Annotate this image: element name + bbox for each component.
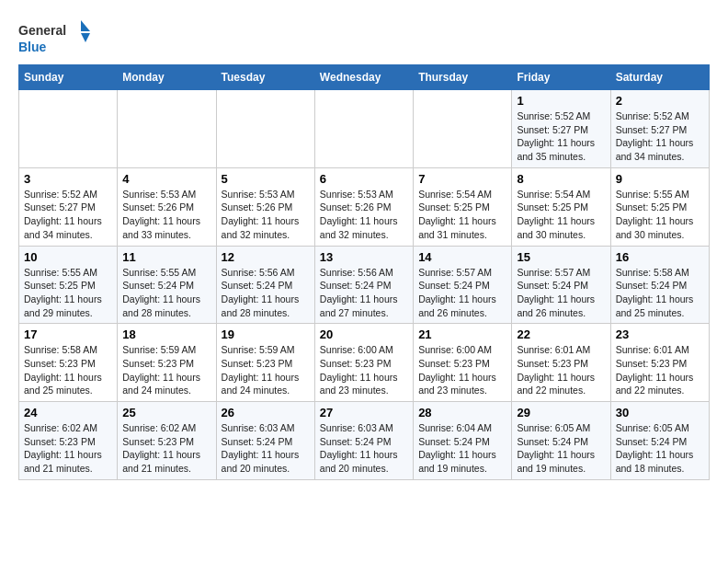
calendar-cell: 18Sunrise: 5:59 AM Sunset: 5:23 PM Dayli… bbox=[118, 324, 216, 402]
day-info: Sunrise: 6:00 AM Sunset: 5:23 PM Dayligh… bbox=[320, 343, 408, 397]
calendar-cell: 20Sunrise: 6:00 AM Sunset: 5:23 PM Dayli… bbox=[314, 324, 413, 402]
day-info: Sunrise: 5:56 AM Sunset: 5:24 PM Dayligh… bbox=[222, 266, 310, 320]
day-number: 11 bbox=[122, 250, 210, 264]
calendar-cell bbox=[314, 90, 413, 168]
day-number: 6 bbox=[320, 172, 408, 186]
day-number: 14 bbox=[418, 250, 506, 264]
calendar-cell: 8Sunrise: 5:54 AM Sunset: 5:25 PM Daylig… bbox=[512, 167, 610, 246]
calendar-cell: 6Sunrise: 5:53 AM Sunset: 5:26 PM Daylig… bbox=[314, 167, 413, 246]
day-header-wednesday: Wednesday bbox=[314, 65, 413, 90]
page-header: GeneralBlue bbox=[18, 18, 710, 57]
day-info: Sunrise: 5:58 AM Sunset: 5:24 PM Dayligh… bbox=[616, 266, 704, 320]
logo-svg: GeneralBlue bbox=[18, 18, 92, 57]
calendar-cell: 28Sunrise: 6:04 AM Sunset: 5:24 PM Dayli… bbox=[414, 402, 512, 480]
day-number: 10 bbox=[24, 250, 112, 264]
calendar-week-row: 3Sunrise: 5:52 AM Sunset: 5:27 PM Daylig… bbox=[19, 167, 710, 246]
day-header-saturday: Saturday bbox=[610, 65, 709, 90]
calendar-week-row: 17Sunrise: 5:58 AM Sunset: 5:23 PM Dayli… bbox=[19, 324, 710, 402]
day-info: Sunrise: 5:53 AM Sunset: 5:26 PM Dayligh… bbox=[122, 188, 210, 242]
day-header-monday: Monday bbox=[118, 65, 216, 90]
day-info: Sunrise: 6:03 AM Sunset: 5:24 PM Dayligh… bbox=[320, 421, 408, 476]
calendar-cell: 11Sunrise: 5:55 AM Sunset: 5:24 PM Dayli… bbox=[118, 246, 216, 324]
day-header-thursday: Thursday bbox=[414, 65, 512, 90]
calendar-cell: 24Sunrise: 6:02 AM Sunset: 5:23 PM Dayli… bbox=[19, 402, 118, 480]
day-header-friday: Friday bbox=[512, 65, 610, 90]
calendar-week-row: 1Sunrise: 5:52 AM Sunset: 5:27 PM Daylig… bbox=[19, 90, 710, 168]
calendar-cell: 7Sunrise: 5:54 AM Sunset: 5:25 PM Daylig… bbox=[414, 167, 512, 246]
day-info: Sunrise: 6:00 AM Sunset: 5:23 PM Dayligh… bbox=[418, 343, 506, 397]
day-number: 19 bbox=[222, 327, 310, 341]
calendar-cell: 13Sunrise: 5:56 AM Sunset: 5:24 PM Dayli… bbox=[314, 246, 413, 324]
day-info: Sunrise: 5:52 AM Sunset: 5:27 PM Dayligh… bbox=[24, 188, 112, 242]
day-info: Sunrise: 6:03 AM Sunset: 5:24 PM Dayligh… bbox=[222, 421, 310, 476]
day-info: Sunrise: 5:57 AM Sunset: 5:24 PM Dayligh… bbox=[418, 266, 506, 320]
calendar-week-row: 24Sunrise: 6:02 AM Sunset: 5:23 PM Dayli… bbox=[19, 402, 710, 480]
calendar-cell: 22Sunrise: 6:01 AM Sunset: 5:23 PM Dayli… bbox=[512, 324, 610, 402]
day-info: Sunrise: 5:55 AM Sunset: 5:24 PM Dayligh… bbox=[122, 266, 210, 320]
calendar-cell: 21Sunrise: 6:00 AM Sunset: 5:23 PM Dayli… bbox=[414, 324, 512, 402]
calendar-cell: 2Sunrise: 5:52 AM Sunset: 5:27 PM Daylig… bbox=[610, 90, 709, 168]
day-number: 27 bbox=[320, 406, 408, 419]
calendar-cell: 5Sunrise: 5:53 AM Sunset: 5:26 PM Daylig… bbox=[216, 167, 314, 246]
day-number: 8 bbox=[517, 172, 605, 186]
day-header-sunday: Sunday bbox=[19, 65, 118, 90]
calendar-cell: 10Sunrise: 5:55 AM Sunset: 5:25 PM Dayli… bbox=[19, 246, 118, 324]
day-info: Sunrise: 5:56 AM Sunset: 5:24 PM Dayligh… bbox=[320, 266, 408, 320]
day-number: 29 bbox=[517, 406, 605, 419]
svg-marker-2 bbox=[81, 20, 90, 31]
day-number: 18 bbox=[122, 327, 210, 341]
day-info: Sunrise: 5:54 AM Sunset: 5:25 PM Dayligh… bbox=[517, 188, 605, 242]
calendar-cell: 29Sunrise: 6:05 AM Sunset: 5:24 PM Dayli… bbox=[512, 402, 610, 480]
day-info: Sunrise: 6:02 AM Sunset: 5:23 PM Dayligh… bbox=[122, 421, 210, 476]
day-number: 1 bbox=[517, 94, 605, 108]
day-header-tuesday: Tuesday bbox=[216, 65, 314, 90]
calendar-cell: 12Sunrise: 5:56 AM Sunset: 5:24 PM Dayli… bbox=[216, 246, 314, 324]
day-info: Sunrise: 6:05 AM Sunset: 5:24 PM Dayligh… bbox=[517, 421, 605, 476]
day-number: 28 bbox=[418, 406, 506, 419]
day-info: Sunrise: 5:53 AM Sunset: 5:26 PM Dayligh… bbox=[222, 188, 310, 242]
logo: GeneralBlue bbox=[18, 18, 92, 57]
day-number: 12 bbox=[222, 250, 310, 264]
day-number: 7 bbox=[418, 172, 506, 186]
day-number: 4 bbox=[122, 172, 210, 186]
day-info: Sunrise: 5:59 AM Sunset: 5:23 PM Dayligh… bbox=[122, 343, 210, 397]
day-info: Sunrise: 6:01 AM Sunset: 5:23 PM Dayligh… bbox=[517, 343, 605, 397]
day-number: 20 bbox=[320, 327, 408, 341]
day-info: Sunrise: 6:05 AM Sunset: 5:24 PM Dayligh… bbox=[616, 421, 704, 476]
day-number: 3 bbox=[24, 172, 112, 186]
day-number: 5 bbox=[222, 172, 310, 186]
calendar-cell: 25Sunrise: 6:02 AM Sunset: 5:23 PM Dayli… bbox=[118, 402, 216, 480]
calendar-cell bbox=[414, 90, 512, 168]
day-info: Sunrise: 5:55 AM Sunset: 5:25 PM Dayligh… bbox=[616, 188, 704, 242]
calendar-cell: 17Sunrise: 5:58 AM Sunset: 5:23 PM Dayli… bbox=[19, 324, 118, 402]
day-number: 16 bbox=[616, 250, 704, 264]
day-info: Sunrise: 6:02 AM Sunset: 5:23 PM Dayligh… bbox=[24, 421, 112, 476]
day-info: Sunrise: 5:53 AM Sunset: 5:26 PM Dayligh… bbox=[320, 188, 408, 242]
calendar-cell: 30Sunrise: 6:05 AM Sunset: 5:24 PM Dayli… bbox=[610, 402, 709, 480]
day-info: Sunrise: 5:58 AM Sunset: 5:23 PM Dayligh… bbox=[24, 343, 112, 397]
day-info: Sunrise: 5:52 AM Sunset: 5:27 PM Dayligh… bbox=[616, 109, 704, 164]
day-number: 26 bbox=[222, 406, 310, 419]
calendar-cell: 15Sunrise: 5:57 AM Sunset: 5:24 PM Dayli… bbox=[512, 246, 610, 324]
calendar-cell: 23Sunrise: 6:01 AM Sunset: 5:23 PM Dayli… bbox=[610, 324, 709, 402]
svg-text:General: General bbox=[18, 23, 66, 38]
svg-marker-3 bbox=[81, 33, 90, 42]
calendar-cell: 4Sunrise: 5:53 AM Sunset: 5:26 PM Daylig… bbox=[118, 167, 216, 246]
calendar-cell: 9Sunrise: 5:55 AM Sunset: 5:25 PM Daylig… bbox=[610, 167, 709, 246]
calendar-cell bbox=[118, 90, 216, 168]
calendar-cell bbox=[19, 90, 118, 168]
day-number: 24 bbox=[24, 406, 112, 419]
calendar-cell: 26Sunrise: 6:03 AM Sunset: 5:24 PM Dayli… bbox=[216, 402, 314, 480]
day-number: 23 bbox=[616, 327, 704, 341]
day-number: 9 bbox=[616, 172, 704, 186]
day-number: 13 bbox=[320, 250, 408, 264]
calendar-cell: 19Sunrise: 5:59 AM Sunset: 5:23 PM Dayli… bbox=[216, 324, 314, 402]
calendar-week-row: 10Sunrise: 5:55 AM Sunset: 5:25 PM Dayli… bbox=[19, 246, 710, 324]
day-number: 21 bbox=[418, 327, 506, 341]
calendar-cell bbox=[216, 90, 314, 168]
svg-text:Blue: Blue bbox=[18, 40, 47, 54]
calendar-cell: 3Sunrise: 5:52 AM Sunset: 5:27 PM Daylig… bbox=[19, 167, 118, 246]
day-info: Sunrise: 5:57 AM Sunset: 5:24 PM Dayligh… bbox=[517, 266, 605, 320]
calendar-cell: 27Sunrise: 6:03 AM Sunset: 5:24 PM Dayli… bbox=[314, 402, 413, 480]
calendar-cell: 1Sunrise: 5:52 AM Sunset: 5:27 PM Daylig… bbox=[512, 90, 610, 168]
